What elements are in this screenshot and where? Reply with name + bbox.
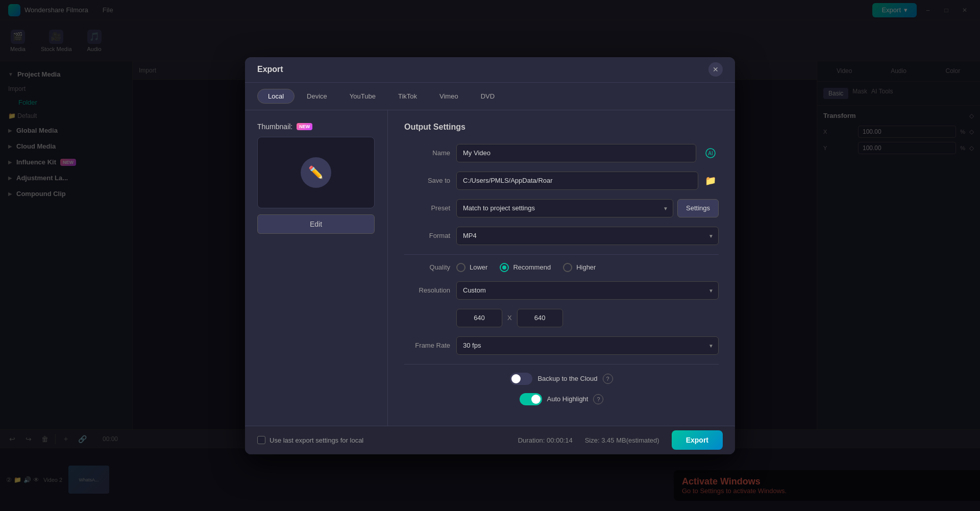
format-select-wrap: MP4 MOV AVI ▼ [456,227,719,245]
duration-info: Duration: 00:00:14 [518,436,573,444]
export-dialog: Export ✕ Local Device YouTube TikTok Vim… [245,57,735,454]
name-input[interactable] [456,144,696,162]
auto-highlight-info-icon[interactable]: ? [593,394,603,404]
checkbox-box[interactable] [257,436,265,444]
path-input-wrap: 📁 [456,172,719,190]
toggle-thumb-highlight [531,395,541,404]
res-height-input[interactable] [517,309,563,327]
frame-rate-row: Frame Rate 30 fps 24 fps 60 fps ▼ [404,336,719,355]
tab-vimeo[interactable]: Vimeo [429,89,469,104]
backup-cloud-toggle[interactable] [510,373,532,385]
ai-name-icon[interactable]: AI [702,145,719,161]
use-last-label: Use last export settings for local [270,436,363,444]
format-select[interactable]: MP4 MOV AVI [456,227,719,245]
dialog-overlay: Export ✕ Local Device YouTube TikTok Vim… [0,0,980,511]
save-path-input[interactable] [456,172,698,190]
dialog-header: Export ✕ [245,57,735,83]
preset-label: Preset [404,204,450,212]
preset-row: Preset Match to project settings Custom … [404,199,719,217]
output-panel: Output Settings Name AI Save to [388,110,735,426]
backup-cloud-info-icon[interactable]: ? [603,374,613,384]
toggle-thumb-cloud [511,374,521,383]
auto-highlight-toggle[interactable] [520,393,542,405]
divider-1 [404,254,719,255]
resolution-row: Resolution Custom 1920x1080 1280x720 ▼ [404,281,719,300]
tab-tiktok[interactable]: TikTok [388,89,427,104]
format-label: Format [404,232,450,239]
res-width-input[interactable] [456,309,502,327]
quality-recommend-label: Recommend [513,263,551,271]
resolution-label: Resolution [404,286,450,294]
res-x-separator: X [507,314,512,322]
dialog-title: Export [257,65,283,74]
tab-youtube[interactable]: YouTube [339,89,386,104]
quality-row: Quality Lower Recommend [404,263,719,272]
save-to-label: Save to [404,177,450,184]
resolution-select[interactable]: Custom 1920x1080 1280x720 [456,281,719,300]
tab-device[interactable]: Device [297,89,337,104]
thumbnail-preview: ✏️ [257,137,375,208]
frame-rate-select-wrap: 30 fps 24 fps 60 fps ▼ [456,336,719,355]
dialog-footer: Use last export settings for local Durat… [245,426,735,454]
thumbnail-label-text: Thumbnail: [257,123,292,131]
thumbnail-panel: Thumbnail: NEW ✏️ Edit [245,110,388,426]
radio-recommend-outer [500,263,509,272]
thumbnail-label-row: Thumbnail: NEW [257,123,312,131]
auto-highlight-row: Auto Highlight ? [404,393,719,405]
resolution-inputs-row: X [404,309,719,327]
name-label: Name [404,149,450,157]
resolution-inputs: X [456,309,563,327]
svg-text:AI: AI [708,151,713,156]
backup-cloud-label: Backup to the Cloud [537,375,597,382]
frame-rate-label: Frame Rate [404,342,450,349]
edit-pencil-icon: ✏️ [301,157,331,188]
name-row: Name AI [404,144,719,162]
quality-recommend[interactable]: Recommend [500,263,551,272]
thumbnail-new-badge: NEW [297,123,312,130]
dialog-body: Thumbnail: NEW ✏️ Edit Output Settings N… [245,110,735,426]
frame-rate-select[interactable]: 30 fps 24 fps 60 fps [456,336,719,355]
quality-higher[interactable]: Higher [563,263,596,272]
output-settings-title: Output Settings [404,123,719,132]
use-last-export-checkbox[interactable]: Use last export settings for local [257,436,363,444]
save-to-row: Save to 📁 [404,172,719,190]
size-info: Size: 3.45 MB(estimated) [585,436,659,444]
quality-lower[interactable]: Lower [456,263,487,272]
preset-wrap: Match to project settings Custom ▼ Setti… [456,199,719,217]
quality-radio-group: Lower Recommend Higher [456,263,596,272]
auto-highlight-toggle-wrap: Auto Highlight ? [520,393,604,405]
backup-cloud-row: Backup to the Cloud ? [404,373,719,385]
quality-label: Quality [404,263,450,271]
resolution-select-wrap: Custom 1920x1080 1280x720 ▼ [456,281,719,300]
footer-meta: Duration: 00:00:14 Size: 3.45 MB(estimat… [518,430,723,450]
settings-button[interactable]: Settings [677,199,719,217]
tab-dvd[interactable]: DVD [471,89,505,104]
edit-thumbnail-button[interactable]: Edit [257,214,375,234]
quality-lower-label: Lower [470,263,487,271]
preset-select-wrap: Match to project settings Custom ▼ [456,199,673,217]
radio-lower-outer [456,263,465,272]
radio-recommend-inner [502,265,506,270]
export-button[interactable]: Export [672,430,723,450]
backup-cloud-toggle-wrap: Backup to the Cloud ? [510,373,612,385]
format-row: Format MP4 MOV AVI ▼ [404,227,719,245]
browse-folder-button[interactable]: 📁 [702,173,719,189]
dialog-close-button[interactable]: ✕ [708,62,723,77]
quality-higher-label: Higher [576,263,596,271]
tab-local[interactable]: Local [257,89,295,104]
export-tabs: Local Device YouTube TikTok Vimeo DVD [245,83,735,110]
auto-highlight-label: Auto Highlight [547,395,589,403]
divider-2 [404,364,719,364]
radio-higher-outer [563,263,572,272]
preset-select[interactable]: Match to project settings Custom [456,199,673,217]
